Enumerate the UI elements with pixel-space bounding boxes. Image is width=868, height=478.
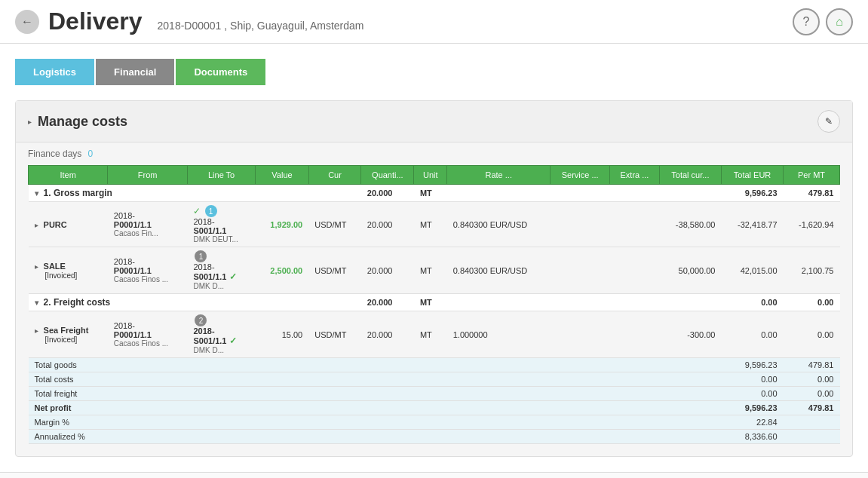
check-sale: ✓ <box>229 271 237 282</box>
from-seafreight: 2018- P0001/1.1 Cacaos Finos ... <box>108 311 188 358</box>
footer: Commodity costing sheet report Export to… <box>0 472 868 478</box>
summary-label-total-goods: Total goods <box>29 358 722 372</box>
back-button[interactable]: ← <box>15 10 39 34</box>
group-extra-gross-margin <box>610 185 660 202</box>
col-item: Item <box>29 166 108 185</box>
summary-total-eur-total-freight: 0.00 <box>721 387 783 401</box>
expand-seafreight[interactable]: ▸ <box>35 326 38 335</box>
section-collapse-arrow[interactable]: ▸ <box>28 118 32 126</box>
table-header-row: Item From Line To Value Cur Quanti... Un… <box>29 166 840 185</box>
summary-row-total-costs: Total costs 0.00 0.00 <box>29 372 840 387</box>
cur-seafreight: USD/MT <box>308 311 361 358</box>
help-button[interactable]: ? <box>793 8 820 35</box>
col-cur: Cur <box>308 166 361 185</box>
group-expand-gross-margin[interactable]: ▾ <box>35 189 38 198</box>
badge-purc: 1 <box>205 205 217 217</box>
header-title-group: Delivery 2018-D00001 , Ship, Guayaguil, … <box>48 8 363 35</box>
qty-purc: 20.000 <box>361 202 414 247</box>
total-cur-sale: 50,000.00 <box>659 247 721 294</box>
service-seafreight <box>551 311 610 358</box>
extra-seafreight <box>610 311 660 358</box>
expand-sale[interactable]: ▸ <box>35 262 38 271</box>
col-line-to: Line To <box>187 166 255 185</box>
col-per-mt: Per MT <box>784 166 840 185</box>
tab-logistics[interactable]: Logistics <box>15 59 94 85</box>
tab-documents[interactable]: Documents <box>176 59 265 85</box>
group-unit-freight: MT <box>414 294 447 311</box>
group-total-eur-gross-margin: 9,596.23 <box>721 185 783 202</box>
summary-total-eur-total-goods: 9,596.23 <box>721 358 783 372</box>
group-rate-freight <box>447 294 551 311</box>
home-icon: ⌂ <box>836 15 843 29</box>
section-edit-button[interactable]: ✎ <box>817 110 840 133</box>
section-header: ▸ Manage costs ✎ <box>16 101 852 142</box>
page-subtitle: 2018-D00001 , Ship, Guayaguil, Amsterdam <box>158 20 364 32</box>
group-total-cur-gross-margin <box>659 185 721 202</box>
summary-total-eur-total-costs: 0.00 <box>721 372 783 387</box>
per-mt-sale: 2,100.75 <box>784 247 840 294</box>
summary-row-total-goods: Total goods 9,596.23 479.81 <box>29 358 840 372</box>
summary-total-eur-annualized: 8,336.60 <box>721 430 783 444</box>
unit-sale: MT <box>414 247 447 294</box>
summary-total-eur-net-profit: 9,596.23 <box>721 401 783 415</box>
group-service-gross-margin <box>551 185 610 202</box>
group-expand-freight[interactable]: ▾ <box>35 299 38 307</box>
group-quantity-freight: 20.000 <box>361 294 414 311</box>
unit-purc: MT <box>414 202 447 247</box>
check-purc: ✓ <box>193 206 201 216</box>
summary-per-mt-total-costs: 0.00 <box>784 372 840 387</box>
total-eur-purc: -32,418.77 <box>721 202 783 247</box>
col-rate: Rate ... <box>447 166 551 185</box>
col-quantity: Quanti... <box>361 166 414 185</box>
group-service-freight <box>551 294 610 311</box>
summary-row-net-profit: Net profit 9,596.23 479.81 <box>29 401 840 415</box>
col-unit: Unit <box>414 166 447 185</box>
extra-sale <box>610 247 660 294</box>
qty-sale: 20.000 <box>361 247 414 294</box>
summary-row-margin: Margin % 22.84 <box>29 415 840 430</box>
summary-row-annualized: Annualized % 8,336.60 <box>29 430 840 444</box>
table-row: ▸ SALE [Invoiced] 2018- P0001/1.1 Cacaos… <box>29 247 840 294</box>
total-eur-sale: 42,015.00 <box>721 247 783 294</box>
table-row: ▸ Sea Freight [Invoiced] 2018- P0001/1.1… <box>29 311 840 358</box>
item-seafreight: ▸ Sea Freight [Invoiced] <box>29 311 108 358</box>
value-seafreight: 15.00 <box>256 311 308 358</box>
total-cur-seafreight: -300.00 <box>659 311 721 358</box>
tab-bar: Logistics Financial Documents <box>0 44 868 85</box>
rate-seafreight: 1.000000 <box>447 311 551 358</box>
qty-seafreight: 20.000 <box>361 311 414 358</box>
home-button[interactable]: ⌂ <box>826 8 853 35</box>
col-service: Service ... <box>551 166 610 185</box>
group-quantity-gross-margin: 20.000 <box>361 185 414 202</box>
rate-purc: 0.840300 EUR/USD <box>447 202 551 247</box>
total-eur-seafreight: 0.00 <box>721 311 783 358</box>
page-title: Delivery <box>48 8 143 35</box>
check-seafreight: ✓ <box>229 336 237 346</box>
summary-per-mt-total-goods: 479.81 <box>784 358 840 372</box>
to-seafreight: 2 2018- S001/1.1 ✓ DMK D... <box>187 311 255 358</box>
item-sale: ▸ SALE [Invoiced] <box>29 247 108 294</box>
expand-purc[interactable]: ▸ <box>35 221 38 229</box>
per-mt-purc: -1,620.94 <box>784 202 840 247</box>
section-title: Manage costs <box>38 114 127 130</box>
summary-label-margin: Margin % <box>29 415 722 430</box>
tab-financial[interactable]: Financial <box>96 59 174 85</box>
summary-label-total-freight: Total freight <box>29 387 722 401</box>
extra-purc <box>610 202 660 247</box>
group-row-freight: ▾ 2. Freight costs 20.000 MT 0.00 0.00 <box>29 294 840 311</box>
col-extra: Extra ... <box>610 166 660 185</box>
group-row-gross-margin: ▾ 1. Gross margin 20.000 MT 9,596.23 479… <box>29 185 840 202</box>
col-total-eur: Total EUR <box>721 166 783 185</box>
group-rate-gross-margin <box>447 185 551 202</box>
group-label-gross-margin: ▾ 1. Gross margin <box>29 185 361 202</box>
edit-icon: ✎ <box>825 116 833 127</box>
total-cur-purc: -38,580.00 <box>659 202 721 247</box>
group-per-mt-gross-margin: 479.81 <box>784 185 840 202</box>
from-purc: 2018- P0001/1.1 Cacaos Fin... <box>108 202 188 247</box>
service-purc <box>551 202 610 247</box>
manage-costs-section: ▸ Manage costs ✎ Finance days 0 Item Fro… <box>15 100 853 457</box>
col-from: From <box>108 166 188 185</box>
summary-label-annualized: Annualized % <box>29 430 722 444</box>
value-sale: 2,500.00 <box>256 247 308 294</box>
item-purc: ▸ PURC <box>29 202 108 247</box>
